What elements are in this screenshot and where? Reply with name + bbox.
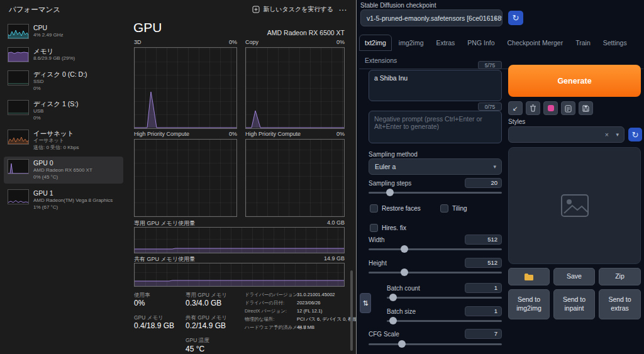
driver-version-label: ドライバーのバージョン: <box>245 292 299 298</box>
slider-thumb[interactable] <box>401 245 408 253</box>
tab-txt2img[interactable]: txt2img <box>359 35 392 51</box>
screen: パフォーマンス 新しいタスクを実行する … CPU4% 2.49 GHz メモリ… <box>0 0 644 354</box>
chevron-down-icon: ▾ <box>616 131 619 138</box>
directx-label: DirectX バージョン: <box>245 308 287 314</box>
task-manager-window: パフォーマンス 新しいタスクを実行する … CPU4% 2.49 GHz メモリ… <box>0 0 356 354</box>
chevron-down-icon: ▾ <box>493 163 496 170</box>
width-input[interactable]: 512 <box>465 235 502 245</box>
height-input[interactable]: 512 <box>465 258 502 268</box>
sampling-method-value: Euler a <box>375 163 396 170</box>
batch-count-input[interactable]: 1 <box>465 283 502 293</box>
sidebar-item-memory[interactable]: メモリ8.6/29.9 GB (29%) <box>4 45 123 65</box>
paste-button[interactable]: ↙ <box>508 101 523 115</box>
sampling-steps-slider[interactable] <box>369 192 502 194</box>
tab-png-info[interactable]: PNG Info <box>462 35 500 51</box>
slider-thumb[interactable] <box>398 340 406 348</box>
zip-button[interactable]: Zip <box>599 268 641 285</box>
send-to-extras-button[interactable]: Send to extras <box>599 289 641 319</box>
hires-fix-checkbox[interactable] <box>370 224 378 232</box>
save-style-button[interactable] <box>579 101 593 115</box>
swap-width-height-button[interactable]: ⇅ <box>360 293 371 313</box>
sampling-steps-input[interactable]: 20 <box>465 178 502 188</box>
sidebar-item-gpu0[interactable]: GPU 0AMD Radeon RX 6500 XT0% (45 °C) <box>4 157 123 184</box>
prompt-input[interactable]: a Shiba Inu <box>369 70 502 101</box>
usage-value: 0% <box>134 299 145 307</box>
shared-value: 0.2/14.9 GB <box>186 321 226 330</box>
stable-diffusion-panel: Stable Diffusion checkpoint v1-5-pruned-… <box>356 0 644 354</box>
slider-thumb[interactable] <box>386 189 394 196</box>
sampling-method-label: Sampling method <box>369 151 418 158</box>
slider-thumb[interactable] <box>389 317 397 324</box>
cfg-scale-label: CFG Scale <box>369 331 399 338</box>
restore-faces-label: Restore faces <box>382 205 421 212</box>
disk1-sparkline-icon <box>8 100 29 115</box>
styles-dropdown[interactable]: × ▾ <box>508 126 625 143</box>
extra-networks-button[interactable] <box>543 101 558 115</box>
output-preview <box>508 147 641 264</box>
batch-count-label: Batch count <box>387 285 420 292</box>
page-title: パフォーマンス <box>9 5 60 14</box>
tab-settings[interactable]: Settings <box>597 35 633 51</box>
sampling-method-dropdown[interactable]: Euler a ▾ <box>369 158 502 175</box>
checkpoint-refresh-button[interactable]: ↻ <box>508 11 523 25</box>
open-folder-button[interactable] <box>508 268 550 285</box>
cfg-scale-input[interactable]: 7 <box>465 329 502 339</box>
temp-label: GPU 温度 <box>186 337 209 345</box>
refresh-icon: ↻ <box>513 13 519 23</box>
paste-arrow-icon: ↙ <box>513 105 518 112</box>
driver-version-value: 31.0.21001.45002 <box>297 292 335 297</box>
batch-size-input[interactable]: 1 <box>465 306 502 316</box>
batch-count-slider[interactable] <box>387 297 502 299</box>
gpu-hpc2-chart <box>245 139 345 217</box>
run-new-task-label: 新しいタスクを実行する <box>263 5 333 14</box>
gpu-panel-title: GPU <box>133 20 162 35</box>
tab-extras[interactable]: Extras <box>431 35 461 51</box>
tab-checkpoint-merger[interactable]: Checkpoint Merger <box>501 35 569 51</box>
checkpoint-label: Stable Diffusion checkpoint <box>360 2 436 9</box>
gpu1-sparkline-icon <box>8 189 29 204</box>
floppy-icon <box>582 105 589 112</box>
tab-extensions[interactable]: Extensions <box>359 52 402 69</box>
tiling-checkbox[interactable] <box>440 204 448 213</box>
tab-train[interactable]: Train <box>570 35 596 51</box>
sidebar-item-cpu[interactable]: CPU4% 2.49 GHz <box>4 21 123 41</box>
send-to-inpaint-button[interactable]: Send to inpaint <box>553 289 595 319</box>
save-button[interactable]: Save <box>553 268 595 285</box>
sidebar-item-ethernet[interactable]: イーサネットイーサネット送信: 0 受信: 0 Kbps <box>4 127 123 154</box>
driver-date-value: 2023/06/26 <box>297 300 321 306</box>
width-slider[interactable] <box>369 248 502 250</box>
styles-refresh-button[interactable]: ↻ <box>628 128 642 141</box>
slider-thumb[interactable] <box>389 294 397 301</box>
tiling-label: Tiling <box>452 205 467 212</box>
negative-prompt-input[interactable] <box>369 111 502 143</box>
generate-button[interactable]: Generate <box>508 65 641 97</box>
tab-img2img[interactable]: img2img <box>393 35 430 51</box>
memory-sparkline-icon <box>8 47 29 62</box>
chart-caption-hpc2: High Priority Compute0% <box>245 131 345 137</box>
folder-icon <box>524 273 534 281</box>
slider-thumb[interactable] <box>401 268 408 276</box>
apply-style-button[interactable] <box>561 101 575 115</box>
height-slider[interactable] <box>369 272 502 274</box>
disk0-sparkline-icon <box>8 70 29 86</box>
batch-size-slider[interactable] <box>387 320 502 322</box>
chart-caption-copy: Copy0% <box>245 39 345 45</box>
more-menu-button[interactable]: … <box>336 1 350 14</box>
sidebar-item-disk0[interactable]: ディスク 0 (C: D:)SSD0% <box>4 68 123 95</box>
sidebar-item-disk1[interactable]: ディスク 1 (S:)USB0% <box>4 97 123 124</box>
gpu-3d-chart <box>134 47 237 129</box>
refresh-icon: ↻ <box>632 130 639 140</box>
sampling-steps-label: Sampling steps <box>369 180 411 187</box>
task-manager-scrollbar[interactable] <box>350 270 353 351</box>
clear-prompt-button[interactable] <box>526 101 540 115</box>
sidebar-item-gpu1[interactable]: GPU 1AMD Radeon(TM) Vega 8 Graphics1% (6… <box>4 187 123 214</box>
run-new-task-button[interactable]: 新しいタスクを実行する <box>248 3 337 16</box>
cfg-scale-slider[interactable] <box>369 343 502 345</box>
chevron-down-icon: ▾ <box>494 15 497 21</box>
clear-selection-icon[interactable]: × <box>605 131 609 138</box>
restore-faces-checkbox[interactable] <box>370 204 378 213</box>
send-to-img2img-button[interactable]: Send to img2img <box>508 289 550 319</box>
hires-fix-label: Hires. fix <box>382 224 406 231</box>
checkpoint-dropdown[interactable]: v1-5-pruned-emaonly.safetensors [6ce0161… <box>360 9 502 26</box>
gpu-copy-chart <box>245 47 345 129</box>
